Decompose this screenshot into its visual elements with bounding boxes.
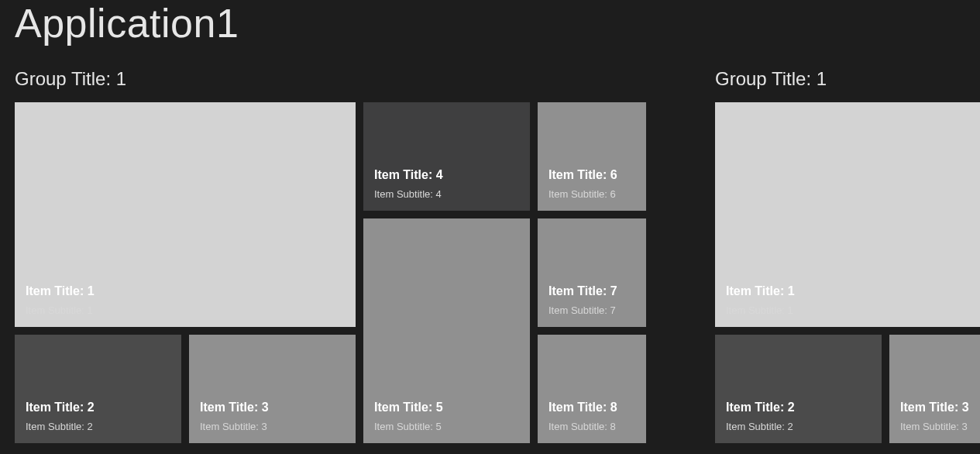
tile-title: Item Title: 3: [900, 401, 980, 414]
tile-title: Item Title: 8: [548, 401, 635, 414]
group-title[interactable]: Group Title: 1: [715, 68, 827, 90]
tile-item-7[interactable]: Item Title: 7 Item Subtitle: 7: [538, 218, 646, 327]
tile-item-8[interactable]: Item Title: 8 Item Subtitle: 8: [538, 335, 646, 443]
tile-title: Item Title: 1: [26, 284, 345, 298]
tile-item-2[interactable]: Item Title: 2 Item Subtitle: 2: [715, 335, 882, 443]
tile-subtitle: Item Subtitle: 7: [548, 304, 635, 316]
tile-subtitle: Item Subtitle: 3: [200, 421, 345, 432]
tile-title: Item Title: 2: [26, 401, 170, 414]
tile-subtitle: Item Subtitle: 5: [374, 421, 519, 432]
tile-subtitle: Item Subtitle: 2: [726, 421, 871, 432]
tile-item-3[interactable]: Item Title: 3 Item Subtitle: 3: [189, 335, 356, 443]
tile-title: Item Title: 2: [726, 401, 871, 414]
tile-subtitle: Item Subtitle: 8: [548, 421, 635, 432]
tile-title: Item Title: 1: [726, 284, 980, 298]
tile-title: Item Title: 6: [548, 168, 635, 182]
group-1: Group Title: 1 Item Title: 1 Item Subtit…: [15, 68, 126, 102]
tile-item-6[interactable]: Item Title: 6 Item Subtitle: 6: [538, 102, 646, 211]
tile-item-1[interactable]: Item Title: 1 Item Subtitle: 1: [15, 102, 356, 327]
tile-subtitle: Item Subtitle: 1: [26, 304, 345, 316]
app-title: Application1: [15, 0, 239, 46]
tile-title: Item Title: 5: [374, 401, 519, 414]
tile-subtitle: Item Subtitle: 4: [374, 188, 519, 200]
group-title[interactable]: Group Title: 1: [15, 68, 126, 90]
tile-item-5[interactable]: Item Title: 5 Item Subtitle: 5: [363, 218, 530, 443]
tile-subtitle: Item Subtitle: 6: [548, 188, 635, 200]
tile-item-1[interactable]: Item Title: 1 Item Subtitle: 1: [715, 102, 980, 327]
group-2: Group Title: 1 Item Title: 1 Item Subtit…: [715, 68, 827, 102]
tile-subtitle: Item Subtitle: 1: [726, 304, 980, 316]
tile-subtitle: Item Subtitle: 2: [26, 421, 170, 432]
tile-item-2[interactable]: Item Title: 2 Item Subtitle: 2: [15, 335, 181, 443]
tile-title: Item Title: 4: [374, 168, 519, 182]
tile-item-4[interactable]: Item Title: 4 Item Subtitle: 4: [363, 102, 530, 211]
tile-item-3[interactable]: Item Title: 3 Item Subtitle: 3: [889, 335, 980, 443]
tile-subtitle: Item Subtitle: 3: [900, 421, 980, 432]
tile-title: Item Title: 3: [200, 401, 345, 414]
tile-title: Item Title: 7: [548, 284, 635, 298]
